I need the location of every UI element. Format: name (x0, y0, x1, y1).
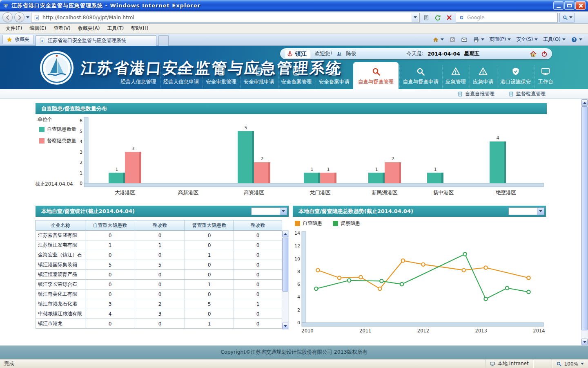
table-row-4[interactable]: 镇江恒泰沥青产品0000 (36, 270, 282, 280)
page-scroll-thumb[interactable] (581, 106, 588, 330)
table-row-3[interactable]: 镇江港国际集装箱5500 (36, 260, 282, 270)
search-input[interactable]: G Google (456, 13, 558, 22)
nav-item-10[interactable]: 港口设施保安 (497, 65, 534, 89)
value-cell: 5 (185, 299, 234, 309)
page-scroll-up-button[interactable] (581, 99, 588, 106)
nav-item-8[interactable]: 应急管理 (442, 65, 469, 89)
back-button[interactable] (2, 12, 13, 22)
feeds-button[interactable] (449, 36, 456, 43)
trend-chart: 0246810121420102011201220132014 (293, 229, 547, 334)
magnifier-icon (371, 67, 381, 76)
nav-item-4[interactable]: 安全备案管理 (278, 65, 315, 89)
nav-item-9[interactable]: 应急申请 (470, 65, 496, 89)
value-cell: 1 (185, 319, 234, 329)
table-row-0[interactable]: 江苏索普集团有限0000 (36, 231, 282, 240)
toolbar-button-0[interactable]: 页面(P) (490, 36, 511, 43)
home-shortcut-icon[interactable] (530, 50, 537, 58)
zoom-control[interactable]: 100% (552, 359, 588, 368)
trend-filter-dropdown[interactable] (508, 207, 544, 215)
toolbar-button-label: 安全(S) (516, 36, 533, 43)
value-cell: 1 (85, 240, 135, 250)
logout-icon[interactable] (541, 51, 548, 57)
nav-item-6[interactable]: 自查与督查管理 (353, 62, 399, 89)
anchor-icon (287, 51, 293, 57)
address-dropdown-button[interactable] (412, 13, 419, 22)
page-scroll-down-button[interactable] (581, 339, 588, 345)
table-header-row: 企业名称自查重大隐患数整改数督查重大隐患数整改数 (36, 220, 282, 231)
menu-item-1[interactable]: 编辑(E) (26, 24, 50, 33)
content-frame: 自查隐患/督查隐患数量分布 单位个 自查隐患数量督察隐患数量 截止2014.04… (0, 99, 581, 346)
history-caret[interactable] (26, 16, 29, 18)
arrow-up-icon (284, 233, 287, 235)
welcome-label: 欢迎您! (315, 50, 332, 57)
nav-item-2[interactable]: 安全审批管理 (203, 65, 239, 89)
forward-button[interactable] (14, 12, 24, 22)
zoom-level: 100% (564, 361, 578, 367)
svg-text:新民洲港区: 新民洲港区 (372, 189, 398, 195)
city-pill: 镇江 (285, 49, 311, 58)
search-placeholder: Google (467, 15, 484, 20)
table-row-9[interactable]: 镇江市港龙0010 (36, 319, 282, 329)
close-button[interactable] (575, 1, 586, 10)
search-button[interactable] (559, 13, 575, 22)
table-row-1[interactable]: 江苏镇江发电有限1100 (36, 240, 282, 250)
table-row-5[interactable]: 镇江李长荣综合石0010 (36, 280, 282, 289)
menu-item-0[interactable]: 文件(F) (2, 24, 26, 33)
help-icon: ? (571, 36, 577, 43)
favorites-button[interactable]: 收藏夹 (2, 35, 33, 44)
value-cell: 0 (234, 250, 282, 260)
toolbar-button-2[interactable]: 工具(O) (543, 36, 566, 43)
print-button[interactable] (473, 36, 484, 43)
read-mail-button[interactable] (461, 36, 468, 43)
subnav-item-0[interactable]: 自查自报管理 (457, 90, 494, 97)
menu-item-4[interactable]: 工具(T) (103, 24, 127, 33)
table-row-7[interactable]: 镇江市港龙石化港3251 (36, 299, 282, 309)
trend-filter-caret[interactable] (537, 208, 544, 215)
page-scrollbar[interactable] (581, 99, 588, 346)
toolbar-button-1[interactable]: 安全(S) (516, 36, 538, 43)
menu-item-2[interactable]: 查看(V) (50, 24, 74, 33)
table-row-2[interactable]: 金海宏业（镇江）石0010 (36, 250, 282, 260)
table-scroll-up-button[interactable] (282, 231, 288, 237)
table-row-6[interactable]: 镇江奇美化工有限0000 (36, 289, 282, 299)
nav-item-11[interactable]: 工作台 (535, 65, 556, 89)
svg-text:6: 6 (80, 118, 82, 123)
value-cell: 0 (234, 309, 282, 319)
stats-filter-caret[interactable] (280, 208, 287, 215)
value-cell: 0 (135, 289, 185, 299)
stats-filter-dropdown[interactable] (251, 207, 287, 215)
subnav-item-1[interactable]: 监督检查管理 (508, 90, 546, 97)
unit-label: 单位个 (38, 116, 52, 123)
help-button[interactable]: ? (571, 36, 582, 43)
nav-item-7[interactable]: 自查与督查申请 (399, 65, 441, 89)
nav-item-0[interactable]: 经营人信息管理 (118, 65, 159, 89)
value-cell: 3 (135, 309, 185, 319)
menu-item-5[interactable]: 帮助(H) (127, 24, 152, 33)
compatibility-view-button[interactable] (421, 13, 431, 22)
arrow-up-icon (583, 102, 586, 104)
menu-item-3[interactable]: 收藏夹(A) (74, 24, 104, 33)
refresh-button[interactable] (433, 13, 443, 22)
legend-entry-0: 自查隐患 (295, 220, 322, 227)
maximize-button[interactable] (564, 1, 575, 10)
monitor-icon (541, 67, 550, 76)
table-scroll-down-button[interactable] (282, 323, 288, 329)
table-scrollbar[interactable] (282, 230, 289, 330)
nav-item-5[interactable]: 安全备案申请 (316, 65, 352, 89)
minimize-button[interactable] (553, 1, 564, 10)
address-input[interactable]: e http://localhost:8080/yjpt/Main.html (31, 13, 420, 22)
home-button[interactable] (432, 36, 444, 43)
table-scroll-thumb[interactable] (282, 238, 288, 292)
nav-item-label: 安全备案管理 (281, 79, 312, 85)
nav-item-3[interactable]: 安全审批申请 (240, 65, 277, 89)
page-icon: e (33, 14, 40, 21)
person-icon (134, 67, 143, 76)
svg-text:2013: 2013 (475, 328, 487, 334)
new-tab-button[interactable] (158, 35, 169, 46)
value-cell: 1 (185, 280, 234, 289)
stop-button[interactable] (444, 13, 454, 22)
nav-item-1[interactable]: 经营人信息申请 (160, 65, 202, 89)
svg-text:2: 2 (80, 160, 82, 165)
table-row-8[interactable]: 中储粮镇江粮油有限4300 (36, 309, 282, 319)
browser-tab[interactable]: e 江苏省港口安全监管与应急管理系统 (36, 35, 156, 46)
